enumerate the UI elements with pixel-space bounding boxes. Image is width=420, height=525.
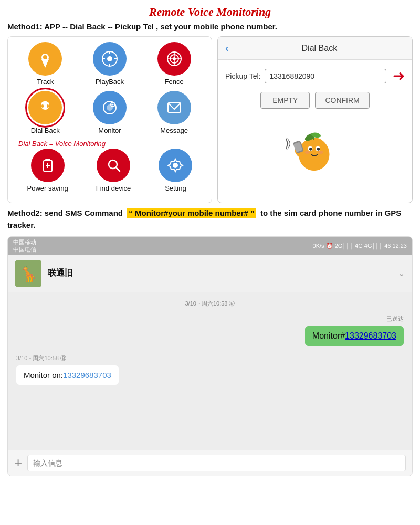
svg-point-29 [173,163,178,168]
chat-container: 中国移动 中国电信 0K/s ⏰ 2G│││ 4G 4G│││ 46 12:23… [7,236,413,476]
dial-back-body: Pickup Tel: ➜ EMPTY CONFIRM [218,60,412,187]
page-title: Remote Voice Monitoring [7,5,413,19]
track-icon [28,42,62,76]
fence-icon [158,42,191,76]
chevron-down-icon[interactable]: ⌄ [398,268,405,278]
status-right: 0K/s ⏰ 2G│││ 4G 4G│││ 46 12:23 [313,243,407,249]
dial-back-header: ‹ Dial Back [218,37,412,60]
playback-label: PlayBack [96,78,124,86]
status-carriers: 中国移动 中国电信 [13,238,36,254]
svg-point-38 [317,148,320,151]
msg-timestamp2: 3/10 ◦ 周六10:58 Ⓑ [16,354,404,362]
carrier2: 中国电信 [13,246,36,253]
app-item-monitor[interactable]: Monitor [93,91,127,134]
app-item-dialback[interactable]: Dial Back [28,91,62,134]
pickup-input[interactable] [265,69,386,83]
arrow-indicator: ➜ [393,67,405,85]
method2-text: Method2: send SMS Command “ Monitor#your… [7,207,413,231]
app-item-fence[interactable]: Fence [158,42,191,86]
dial-back-panel: ‹ Dial Back Pickup Tel: ➜ EMPTY CONFIRM [217,36,413,203]
message-icon [158,91,191,124]
grid-row-1: Track PlayBack Fence [13,42,206,86]
app-section: Track PlayBack Fence [7,36,413,203]
status-info: 0K/s ⏰ 2G│││ 4G 4G│││ 46 12:23 [313,243,407,249]
sent-bubble-inner: Monitor#13329683703 [305,326,404,346]
received-bubble-wrap: 3/10 ◦ 周六10:58 Ⓑ Monitor on:13329683703 [16,354,404,385]
timestamp2-text: 3/10 ◦ 周六10:58 Ⓑ [16,354,66,362]
monitor-label: Monitor [98,127,121,134]
app-item-track[interactable]: Track [28,42,62,86]
svg-point-17 [107,104,113,111]
back-arrow-icon[interactable]: ‹ [225,42,229,54]
svg-point-1 [43,55,47,59]
app-item-playback[interactable]: PlayBack [93,42,127,86]
powersaving-label: Power saving [27,184,68,192]
pickup-label: Pickup Tel: [225,72,260,80]
button-row: EMPTY CONFIRM [225,92,405,109]
received-bubble-inner: Monitor on:13329683703 [16,365,119,385]
dialback-note: Dial Back = Voice Monitoring [18,140,106,148]
grid-row-3: Power saving Find device Setting [13,149,206,192]
dial-back-title: Dial Back [234,44,405,53]
plus-button[interactable]: + [14,455,22,471]
sent-bubble: Monitor#13329683703 [16,326,404,346]
monitor-icon [93,91,127,124]
finddevice-label: Find device [96,184,131,192]
sent-status: 已送达 [16,315,404,323]
command-highlight: “ Monitor#your mobile number# ” [127,208,256,218]
pickup-row: Pickup Tel: ➜ [225,67,405,85]
svg-point-31 [301,138,328,164]
received-prefix: Monitor on: [24,371,63,380]
msg-timestamp1: 3/10 ◦ 周六10:58 Ⓑ [185,300,235,308]
playback-icon [93,42,127,76]
received-bubble: Monitor on:13329683703 [16,365,404,385]
page-container: Remote Voice Monitoring Method1: APP -- … [0,0,420,525]
app-grid-panel: Track PlayBack Fence [7,36,212,203]
svg-text:🦒: 🦒 [19,266,38,283]
app-item-message[interactable]: Message [158,91,191,134]
track-label: Track [37,78,54,86]
svg-line-28 [116,167,120,171]
empty-button[interactable]: EMPTY [260,92,310,109]
svg-point-39 [305,151,310,154]
chat-body: 3/10 ◦ 周六10:58 Ⓑ 已送达 Monitor#13329683703… [8,292,412,450]
received-number[interactable]: 13329683703 [63,371,111,380]
app-item-powersaving[interactable]: Power saving [27,149,68,192]
sent-prefix: Monitor# [312,331,345,340]
fence-label: Fence [165,78,184,86]
chat-input[interactable] [27,455,406,471]
method1-text: Method1: APP -- Dial Back -- Pickup Tel … [7,22,413,31]
message-label: Message [160,127,188,134]
svg-point-37 [309,148,312,151]
svg-point-4 [107,56,112,61]
app-item-finddevice[interactable]: Find device [96,149,131,192]
chat-input-row: + [8,450,412,476]
svg-point-40 [318,151,323,154]
confirm-button[interactable]: CONFIRM [315,92,369,109]
sent-number[interactable]: 13329683703 [345,331,396,340]
app-item-setting[interactable]: Setting [159,149,192,192]
chat-header: 🦒 联通旧 ⌄ [8,255,412,292]
status-bar: 中国移动 中国电信 0K/s ⏰ 2G│││ 4G 4G│││ 46 12:23 [8,237,412,255]
avatar: 🦒 [15,260,41,287]
contact-name: 联通旧 [48,268,392,279]
powersaving-icon [31,149,65,182]
finddevice-icon [97,149,130,182]
grid-row-2: Dial Back Monitor Message [13,91,206,134]
setting-label: Setting [165,184,186,192]
dialback-label: Dial Back [31,127,60,134]
carrier1: 中国移动 [13,238,36,246]
setting-icon [159,149,192,182]
dialback-note-row: Dial Back = Voice Monitoring [13,140,206,148]
dialback-highlight-circle [25,88,65,128]
svg-marker-2 [41,59,49,68]
orange-mascot [225,117,405,180]
